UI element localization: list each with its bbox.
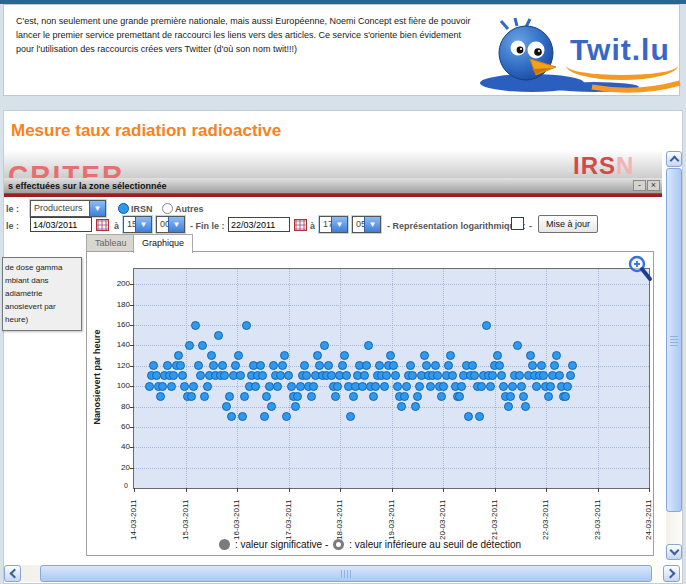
- start-hour-select[interactable]: 15▼: [123, 216, 152, 233]
- data-point: [236, 371, 245, 380]
- y-tick-mark: [130, 284, 134, 285]
- data-point: [468, 361, 477, 370]
- data-point: [397, 402, 406, 411]
- minimize-button[interactable]: -: [633, 180, 646, 191]
- data-point: [470, 371, 479, 380]
- data-point: [406, 361, 415, 370]
- vertical-scrollbar[interactable]: [666, 151, 682, 560]
- criter-clipped-title: CRITER: [8, 160, 124, 179]
- data-point: [408, 371, 417, 380]
- y-tick-label: 180: [107, 300, 130, 309]
- data-point: [331, 392, 340, 401]
- data-point: [457, 382, 466, 391]
- tab-graphique[interactable]: Graphique: [133, 234, 193, 253]
- data-point: [194, 361, 203, 370]
- data-point: [402, 382, 411, 391]
- data-point: [380, 382, 389, 391]
- y-tick-mark: [130, 345, 134, 346]
- data-point: [300, 361, 309, 370]
- y-tick-label: 160: [107, 320, 130, 329]
- data-point: [276, 371, 285, 380]
- start-minute-select[interactable]: 00▼: [156, 216, 185, 233]
- end-hour-select[interactable]: 17▼: [319, 216, 348, 233]
- scroll-up-button[interactable]: [666, 151, 682, 167]
- plot-area: 2040608010012014016018020014-03-201115-0…: [133, 268, 650, 489]
- calendar-icon[interactable]: [294, 219, 307, 231]
- data-point: [174, 351, 183, 360]
- data-point: [422, 361, 431, 370]
- data-point: [242, 321, 251, 330]
- data-point: [218, 361, 227, 370]
- data-point: [400, 392, 409, 401]
- data-point: [273, 382, 282, 391]
- log-representation-label: - Représentation logarithmique :: [387, 221, 526, 231]
- tab-tableau[interactable]: Tableau: [86, 234, 136, 251]
- data-point: [389, 361, 398, 370]
- data-point: [265, 382, 274, 391]
- data-point: [508, 382, 517, 391]
- data-point: [563, 382, 572, 391]
- log-checkbox[interactable]: [511, 217, 524, 230]
- chevron-down-icon[interactable]: ▼: [168, 217, 184, 232]
- radio-autres[interactable]: [162, 203, 173, 214]
- data-point: [415, 382, 424, 391]
- page: C'est, non seulement une grande première…: [0, 0, 686, 584]
- producer-select[interactable]: Producteurs ▼: [30, 200, 106, 217]
- end-date-input[interactable]: [228, 217, 290, 232]
- data-point: [240, 392, 249, 401]
- scroll-right-button[interactable]: [663, 565, 680, 582]
- at-label: à: [114, 221, 119, 231]
- chevron-down-icon[interactable]: ▼: [89, 201, 105, 216]
- data-point: [200, 392, 209, 401]
- site-logo-text[interactable]: Twit.lu: [570, 33, 670, 67]
- data-point: [231, 361, 240, 370]
- start-date-label: le :: [6, 221, 19, 231]
- zoom-magnifier-icon[interactable]: [628, 255, 654, 285]
- y-tick-label: 120: [107, 361, 130, 370]
- radio-irsn[interactable]: [118, 203, 129, 214]
- update-button[interactable]: Mise à jour: [538, 215, 598, 233]
- data-point: [176, 361, 185, 370]
- data-point: [293, 392, 302, 401]
- scroll-down-button[interactable]: [666, 544, 682, 560]
- data-point: [222, 402, 231, 411]
- data-point: [444, 361, 453, 370]
- data-point: [497, 371, 506, 380]
- scroll-left-button[interactable]: [4, 565, 21, 582]
- calendar-icon[interactable]: [96, 219, 109, 231]
- data-point: [364, 341, 373, 350]
- data-point: [156, 392, 165, 401]
- data-point: [349, 392, 358, 401]
- start-date-input[interactable]: [30, 217, 92, 232]
- data-point: [561, 392, 570, 401]
- chevron-down-icon[interactable]: ▼: [135, 217, 151, 232]
- data-point: [267, 402, 276, 411]
- data-point: [198, 341, 207, 350]
- chevron-down-icon[interactable]: ▼: [331, 217, 347, 232]
- vertical-scrollbar-thumb[interactable]: [666, 168, 682, 512]
- horizontal-scrollbar[interactable]: [4, 565, 680, 582]
- horizontal-scrollbar-thumb[interactable]: [40, 565, 652, 582]
- data-point: [346, 412, 355, 421]
- data-point: [234, 351, 243, 360]
- data-point: [513, 341, 522, 350]
- data-point: [262, 392, 271, 401]
- y-tick-label: 40: [107, 442, 130, 451]
- data-point: [411, 402, 420, 411]
- data-point: [324, 361, 333, 370]
- data-point: [225, 392, 234, 401]
- end-minute-select[interactable]: 05▼: [352, 216, 381, 233]
- ring-circle-icon: [333, 539, 344, 550]
- data-point: [413, 392, 422, 401]
- data-point: [238, 412, 247, 421]
- data-point: [482, 321, 491, 330]
- data-point: [291, 402, 300, 411]
- close-button[interactable]: ×: [647, 180, 660, 191]
- y-tick-label: 20: [107, 463, 130, 472]
- data-point: [426, 382, 435, 391]
- data-point: [209, 361, 218, 370]
- chevron-up-icon: [669, 156, 679, 166]
- data-point: [544, 392, 553, 401]
- y-tick-mark: [130, 305, 134, 306]
- chevron-down-icon[interactable]: ▼: [364, 217, 380, 232]
